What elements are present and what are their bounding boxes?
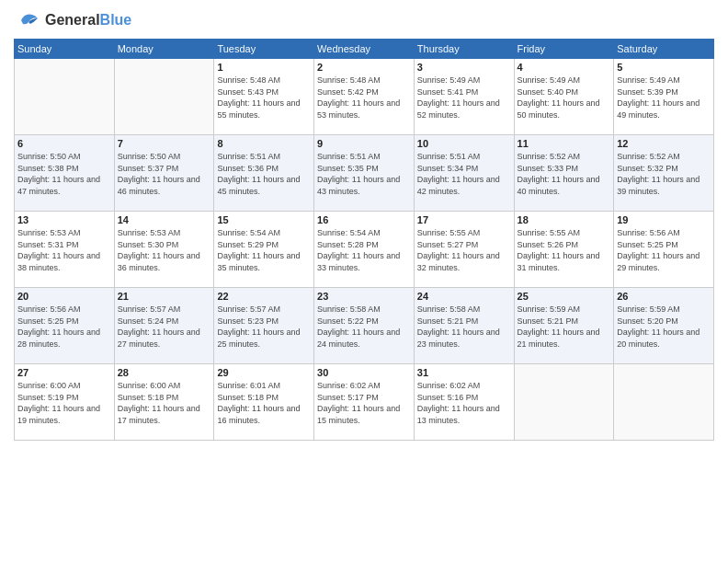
calendar-cell: 9Sunrise: 5:51 AM Sunset: 5:35 PM Daylig…	[314, 135, 415, 212]
calendar-cell: 1Sunrise: 5:48 AM Sunset: 5:43 PM Daylig…	[214, 59, 314, 135]
day-number: 22	[217, 291, 311, 302]
day-number: 8	[217, 138, 311, 149]
calendar-cell: 14Sunrise: 5:53 AM Sunset: 5:30 PM Dayli…	[114, 212, 214, 288]
day-info: Sunrise: 5:49 AM Sunset: 5:39 PM Dayligh…	[617, 75, 711, 121]
week-row-3: 20Sunrise: 5:56 AM Sunset: 5:25 PM Dayli…	[15, 288, 714, 364]
week-row-1: 6Sunrise: 5:50 AM Sunset: 5:38 PM Daylig…	[15, 135, 714, 212]
calendar-cell: 8Sunrise: 5:51 AM Sunset: 5:36 PM Daylig…	[214, 135, 314, 212]
calendar-cell: 18Sunrise: 5:55 AM Sunset: 5:26 PM Dayli…	[514, 212, 614, 288]
day-number: 30	[317, 367, 411, 378]
day-info: Sunrise: 5:48 AM Sunset: 5:42 PM Dayligh…	[317, 75, 411, 121]
day-number: 6	[17, 138, 111, 149]
day-info: Sunrise: 5:55 AM Sunset: 5:27 PM Dayligh…	[417, 227, 511, 273]
day-info: Sunrise: 6:02 AM Sunset: 5:16 PM Dayligh…	[417, 380, 511, 426]
day-number: 13	[17, 214, 111, 225]
day-info: Sunrise: 6:00 AM Sunset: 5:18 PM Dayligh…	[118, 380, 211, 426]
day-info: Sunrise: 5:50 AM Sunset: 5:38 PM Dayligh…	[17, 151, 111, 197]
calendar-cell: 7Sunrise: 5:50 AM Sunset: 5:37 PM Daylig…	[114, 135, 214, 212]
page: GeneralBlue SundayMondayTuesdayWednesday…	[0, 0, 728, 563]
day-number: 9	[317, 138, 411, 149]
calendar-cell: 24Sunrise: 5:58 AM Sunset: 5:21 PM Dayli…	[414, 288, 514, 364]
logo: GeneralBlue	[14, 9, 131, 31]
calendar-cell: 30Sunrise: 6:02 AM Sunset: 5:17 PM Dayli…	[314, 364, 415, 441]
day-info: Sunrise: 5:57 AM Sunset: 5:24 PM Dayligh…	[118, 304, 211, 350]
calendar-cell: 22Sunrise: 5:57 AM Sunset: 5:23 PM Dayli…	[214, 288, 314, 364]
calendar-cell	[15, 59, 115, 135]
calendar-cell: 13Sunrise: 5:53 AM Sunset: 5:31 PM Dayli…	[15, 212, 115, 288]
day-info: Sunrise: 6:00 AM Sunset: 5:19 PM Dayligh…	[17, 380, 111, 426]
day-info: Sunrise: 5:59 AM Sunset: 5:20 PM Dayligh…	[617, 304, 711, 350]
day-info: Sunrise: 5:49 AM Sunset: 5:40 PM Dayligh…	[518, 75, 611, 121]
day-number: 11	[518, 138, 611, 149]
weekday-header-tuesday: Tuesday	[214, 40, 314, 59]
day-number: 3	[417, 62, 511, 73]
calendar-cell: 19Sunrise: 5:56 AM Sunset: 5:25 PM Dayli…	[614, 212, 714, 288]
day-number: 24	[417, 291, 511, 302]
day-number: 19	[617, 214, 711, 225]
day-info: Sunrise: 5:57 AM Sunset: 5:23 PM Dayligh…	[217, 304, 311, 350]
day-number: 12	[617, 138, 711, 149]
calendar-cell: 3Sunrise: 5:49 AM Sunset: 5:41 PM Daylig…	[414, 59, 514, 135]
day-number: 10	[417, 138, 511, 149]
day-number: 14	[118, 214, 211, 225]
day-info: Sunrise: 5:59 AM Sunset: 5:21 PM Dayligh…	[518, 304, 611, 350]
day-number: 7	[118, 138, 211, 149]
calendar-cell: 4Sunrise: 5:49 AM Sunset: 5:40 PM Daylig…	[514, 59, 614, 135]
day-number: 21	[118, 291, 211, 302]
calendar-cell: 15Sunrise: 5:54 AM Sunset: 5:29 PM Dayli…	[214, 212, 314, 288]
day-info: Sunrise: 5:54 AM Sunset: 5:29 PM Dayligh…	[217, 227, 311, 273]
day-number: 4	[518, 62, 611, 73]
day-info: Sunrise: 5:56 AM Sunset: 5:25 PM Dayligh…	[617, 227, 711, 273]
calendar-cell: 17Sunrise: 5:55 AM Sunset: 5:27 PM Dayli…	[414, 212, 514, 288]
calendar-cell: 16Sunrise: 5:54 AM Sunset: 5:28 PM Dayli…	[314, 212, 415, 288]
day-number: 29	[217, 367, 311, 378]
weekday-header-friday: Friday	[514, 40, 614, 59]
logo-text: GeneralBlue	[45, 12, 131, 29]
calendar-cell: 23Sunrise: 5:58 AM Sunset: 5:22 PM Dayli…	[314, 288, 415, 364]
calendar-table: SundayMondayTuesdayWednesdayThursdayFrid…	[14, 39, 714, 441]
calendar-cell: 10Sunrise: 5:51 AM Sunset: 5:34 PM Dayli…	[414, 135, 514, 212]
day-info: Sunrise: 6:01 AM Sunset: 5:18 PM Dayligh…	[217, 380, 311, 426]
day-number: 16	[317, 214, 411, 225]
day-info: Sunrise: 5:50 AM Sunset: 5:37 PM Dayligh…	[118, 151, 211, 197]
calendar-cell: 6Sunrise: 5:50 AM Sunset: 5:38 PM Daylig…	[15, 135, 115, 212]
calendar-cell	[614, 364, 714, 441]
day-info: Sunrise: 5:51 AM Sunset: 5:35 PM Dayligh…	[317, 151, 411, 197]
weekday-header-sunday: Sunday	[15, 40, 115, 59]
weekday-header-monday: Monday	[114, 40, 214, 59]
week-row-0: 1Sunrise: 5:48 AM Sunset: 5:43 PM Daylig…	[15, 59, 714, 135]
week-row-2: 13Sunrise: 5:53 AM Sunset: 5:31 PM Dayli…	[15, 212, 714, 288]
day-number: 18	[518, 214, 611, 225]
calendar-cell	[514, 364, 614, 441]
logo-bird-icon	[14, 9, 41, 31]
weekday-header-thursday: Thursday	[414, 40, 514, 59]
day-info: Sunrise: 5:53 AM Sunset: 5:31 PM Dayligh…	[17, 227, 111, 273]
day-info: Sunrise: 5:58 AM Sunset: 5:21 PM Dayligh…	[417, 304, 511, 350]
day-info: Sunrise: 5:49 AM Sunset: 5:41 PM Dayligh…	[417, 75, 511, 121]
day-number: 25	[518, 291, 611, 302]
calendar-cell	[114, 59, 214, 135]
day-info: Sunrise: 5:51 AM Sunset: 5:34 PM Dayligh…	[417, 151, 511, 197]
day-info: Sunrise: 5:51 AM Sunset: 5:36 PM Dayligh…	[217, 151, 311, 197]
day-number: 31	[417, 367, 511, 378]
weekday-header-wednesday: Wednesday	[314, 40, 415, 59]
week-row-4: 27Sunrise: 6:00 AM Sunset: 5:19 PM Dayli…	[15, 364, 714, 441]
day-number: 1	[217, 62, 311, 73]
calendar-cell: 31Sunrise: 6:02 AM Sunset: 5:16 PM Dayli…	[414, 364, 514, 441]
calendar-cell: 2Sunrise: 5:48 AM Sunset: 5:42 PM Daylig…	[314, 59, 415, 135]
day-info: Sunrise: 5:55 AM Sunset: 5:26 PM Dayligh…	[518, 227, 611, 273]
calendar-cell: 25Sunrise: 5:59 AM Sunset: 5:21 PM Dayli…	[514, 288, 614, 364]
day-number: 28	[118, 367, 211, 378]
header: GeneralBlue	[14, 9, 714, 31]
day-number: 23	[317, 291, 411, 302]
calendar-cell: 5Sunrise: 5:49 AM Sunset: 5:39 PM Daylig…	[614, 59, 714, 135]
day-number: 20	[17, 291, 111, 302]
day-info: Sunrise: 5:53 AM Sunset: 5:30 PM Dayligh…	[118, 227, 211, 273]
day-info: Sunrise: 6:02 AM Sunset: 5:17 PM Dayligh…	[317, 380, 411, 426]
day-info: Sunrise: 5:56 AM Sunset: 5:25 PM Dayligh…	[17, 304, 111, 350]
weekday-header-row: SundayMondayTuesdayWednesdayThursdayFrid…	[15, 40, 714, 59]
calendar-cell: 29Sunrise: 6:01 AM Sunset: 5:18 PM Dayli…	[214, 364, 314, 441]
day-number: 26	[617, 291, 711, 302]
day-info: Sunrise: 5:48 AM Sunset: 5:43 PM Dayligh…	[217, 75, 311, 121]
day-info: Sunrise: 5:52 AM Sunset: 5:33 PM Dayligh…	[518, 151, 611, 197]
